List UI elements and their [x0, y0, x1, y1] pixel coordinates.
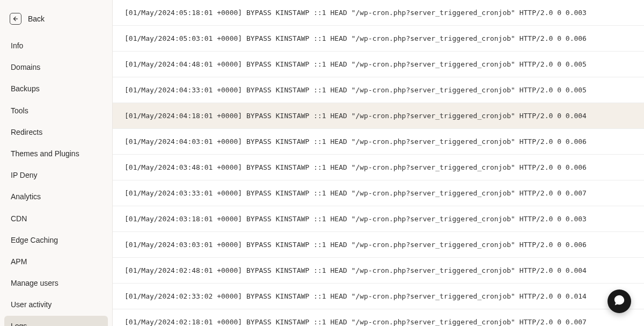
sidebar: Back InfoDomainsBackupsToolsRedirectsThe… [0, 0, 113, 326]
sidebar-item-tools[interactable]: Tools [4, 100, 108, 121]
sidebar-item-logs[interactable]: Logs [4, 316, 108, 326]
log-row[interactable]: [01/May/2024:02:33:02 +0000] BYPASS KINS… [113, 284, 644, 309]
log-row[interactable]: [01/May/2024:03:48:01 +0000] BYPASS KINS… [113, 155, 644, 180]
back-label: Back [28, 15, 45, 23]
sidebar-item-redirects[interactable]: Redirects [4, 122, 108, 142]
sidebar-item-domains[interactable]: Domains [4, 57, 108, 77]
sidebar-item-info[interactable]: Info [4, 35, 108, 56]
log-row[interactable]: [01/May/2024:02:18:01 +0000] BYPASS KINS… [113, 309, 644, 326]
back-button[interactable]: Back [0, 8, 112, 35]
log-row[interactable]: [01/May/2024:04:48:01 +0000] BYPASS KINS… [113, 52, 644, 77]
sidebar-item-user-activity[interactable]: User activity [4, 294, 108, 315]
sidebar-item-ip-deny[interactable]: IP Deny [4, 165, 108, 185]
sidebar-item-manage-users[interactable]: Manage users [4, 273, 108, 293]
log-row[interactable]: [01/May/2024:04:03:01 +0000] BYPASS KINS… [113, 129, 644, 155]
log-row[interactable]: [01/May/2024:05:18:01 +0000] BYPASS KINS… [113, 0, 644, 26]
log-row[interactable]: [01/May/2024:04:18:01 +0000] BYPASS KINS… [113, 103, 644, 129]
sidebar-item-cdn[interactable]: CDN [4, 208, 108, 229]
log-row[interactable]: [01/May/2024:03:33:01 +0000] BYPASS KINS… [113, 180, 644, 206]
sidebar-item-backups[interactable]: Backups [4, 78, 108, 99]
log-list: [01/May/2024:05:18:01 +0000] BYPASS KINS… [113, 0, 644, 326]
log-row[interactable]: [01/May/2024:04:33:01 +0000] BYPASS KINS… [113, 77, 644, 103]
sidebar-item-apm[interactable]: APM [4, 251, 108, 272]
sidebar-item-themes-and-plugins[interactable]: Themes and Plugins [4, 143, 108, 164]
log-panel: [01/May/2024:05:18:01 +0000] BYPASS KINS… [113, 0, 644, 326]
sidebar-item-edge-caching[interactable]: Edge Caching [4, 230, 108, 250]
chat-icon [613, 294, 625, 308]
log-row[interactable]: [01/May/2024:03:03:01 +0000] BYPASS KINS… [113, 232, 644, 258]
back-arrow-icon [10, 13, 21, 25]
site-nav: InfoDomainsBackupsToolsRedirectsThemes a… [0, 35, 112, 326]
chat-widget-button[interactable] [608, 289, 631, 313]
log-row[interactable]: [01/May/2024:02:48:01 +0000] BYPASS KINS… [113, 258, 644, 284]
log-row[interactable]: [01/May/2024:03:18:01 +0000] BYPASS KINS… [113, 206, 644, 232]
log-row[interactable]: [01/May/2024:05:03:01 +0000] BYPASS KINS… [113, 26, 644, 52]
sidebar-item-analytics[interactable]: Analytics [4, 186, 108, 207]
